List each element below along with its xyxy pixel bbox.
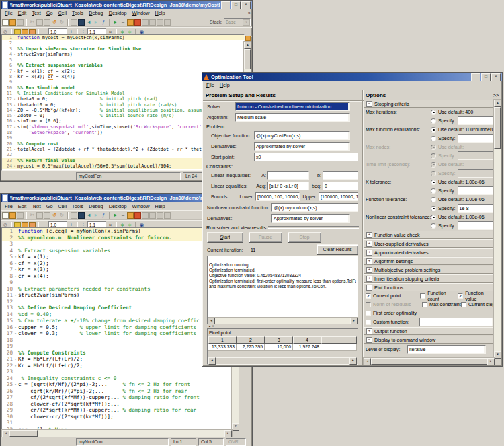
doc-options-icon[interactable] <box>164 19 171 26</box>
scroll-up-icon[interactable]: ▲ <box>244 42 251 49</box>
specify-field[interactable] <box>458 221 495 230</box>
doc-compare-icon[interactable] <box>142 19 149 26</box>
menu-cell[interactable]: Cell <box>56 203 70 209</box>
copy-icon[interactable] <box>36 212 43 219</box>
scrollbar-thumb[interactable] <box>9 430 38 437</box>
go-forward-icon[interactable]: ► <box>93 19 99 26</box>
specify-radio[interactable] <box>431 206 436 211</box>
chevron-down-icon[interactable]: ▼ <box>348 131 350 140</box>
menu-help[interactable]: Help <box>152 10 167 16</box>
section-approximated-derivatives[interactable]: +Approximated derivatives <box>364 248 495 256</box>
scrollbar-thumb[interactable] <box>244 49 251 69</box>
doc-report-icon[interactable] <box>149 212 156 219</box>
scrollbar-thumb[interactable] <box>216 357 349 363</box>
go-forward-icon[interactable]: ► <box>93 212 99 219</box>
section-function-value-check[interactable]: +Function value check <box>364 231 495 239</box>
breakpoint-marker[interactable] <box>12 57 17 63</box>
beq-field[interactable]: 0 <box>323 182 358 190</box>
breakpoint-marker[interactable]: - <box>12 102 17 108</box>
go-back-icon[interactable]: ◄ <box>85 19 92 26</box>
paste-icon[interactable] <box>44 19 50 26</box>
scroll-left-icon[interactable]: ◄ <box>208 318 215 324</box>
section-display-to-command-window[interactable]: − Display to command window <box>364 336 495 344</box>
chevron-down-icon[interactable]: ▼ <box>484 345 486 354</box>
section-stopping-criteria[interactable]: − Stopping criteria <box>364 100 495 108</box>
menu-window[interactable]: Window <box>129 10 152 16</box>
menu-file[interactable]: File <box>2 10 15 16</box>
breakpoint-marker[interactable] <box>12 40 17 46</box>
expand-icon[interactable]: + <box>366 267 372 273</box>
expand-icon[interactable]: + <box>366 276 372 282</box>
breakpoint-marker[interactable]: - <box>13 273 18 280</box>
scroll-right-icon[interactable]: ► <box>224 430 232 437</box>
chevron-down-icon[interactable]: ▼ <box>348 113 350 122</box>
breakpoint-marker[interactable]: - <box>13 363 18 369</box>
print-icon[interactable] <box>71 212 77 219</box>
scrollbar-thumb[interactable] <box>494 107 501 149</box>
menu-edit[interactable]: Edit <box>15 10 30 16</box>
close-button[interactable]: × <box>241 1 251 9</box>
doc-options-icon[interactable] <box>164 212 171 219</box>
use-default-radio[interactable] <box>431 180 436 185</box>
use-default-radio[interactable] <box>431 110 436 115</box>
menu-edit[interactable]: Edit <box>15 203 30 209</box>
breakpoint-marker[interactable]: - <box>12 124 17 130</box>
start-point-field[interactable]: x0 <box>254 153 358 161</box>
breakpoint-marker[interactable] <box>13 311 18 318</box>
algorithm-combo[interactable]: Medium scale▼ <box>235 113 350 122</box>
b-field[interactable] <box>323 171 358 180</box>
lower-field[interactable]: [10000; 100; 10000; <box>255 192 300 201</box>
undo-icon[interactable]: ↺ <box>51 212 58 219</box>
menu-tools[interactable]: Tools <box>69 10 86 16</box>
new-file-icon[interactable] <box>2 19 9 26</box>
breakpoint-marker[interactable]: - <box>13 266 18 273</box>
minimize-button[interactable]: _ <box>471 73 480 81</box>
breakpoint-marker[interactable]: - <box>12 163 17 169</box>
chevron-down-icon[interactable]: ▼ <box>348 142 350 151</box>
scroll-left-icon[interactable]: ◄ <box>364 358 371 365</box>
save-icon[interactable] <box>17 19 24 26</box>
section-algorithm-settings[interactable]: +Algorithm settings <box>364 257 495 265</box>
new-file-icon[interactable] <box>2 212 9 219</box>
redo-icon[interactable]: ↻ <box>58 19 65 26</box>
run-drop-icon[interactable]: – <box>120 19 126 26</box>
breakpoint-marker[interactable]: - <box>12 52 17 57</box>
breakpoint-marker[interactable] <box>13 394 18 401</box>
scroll-right-icon[interactable]: ► <box>349 357 357 365</box>
close-button[interactable]: × <box>491 73 501 81</box>
breakpoint-marker[interactable]: - <box>12 108 17 113</box>
breakpoint-marker[interactable] <box>13 343 18 350</box>
horizontal-scrollbar[interactable]: ◄ ► <box>1 429 233 437</box>
results-output[interactable]: --------------------------Optimization r… <box>207 256 358 324</box>
custom-function-field[interactable] <box>419 318 493 326</box>
menu-file[interactable]: File <box>2 203 15 209</box>
use-default-radio[interactable] <box>431 127 436 133</box>
cut-icon[interactable]: ✂ <box>29 19 36 26</box>
cut-icon[interactable]: ✂ <box>29 212 36 219</box>
solver-combo[interactable]: fmincon - Constrained nonlinear minimiza… <box>235 102 350 111</box>
breakpoint-marker[interactable] <box>13 407 18 414</box>
checkbox-first-order-optimality[interactable] <box>366 311 371 316</box>
breakpoint-marker[interactable]: - <box>13 324 18 331</box>
level-of-display-combo[interactable]: iterative▼ <box>407 345 486 354</box>
breakpoint-marker[interactable] <box>12 135 17 141</box>
stack-combo[interactable]: Base▼ <box>224 18 251 26</box>
breakpoint-marker[interactable] <box>13 401 18 408</box>
specify-radio[interactable] <box>431 136 436 141</box>
find-icon[interactable] <box>78 212 85 219</box>
options-horizontal-scrollbar[interactable]: ◄ ► <box>363 357 495 365</box>
scroll-left-icon[interactable]: ◄ <box>208 357 216 365</box>
clear-results-button[interactable]: Clear Results <box>317 244 358 255</box>
mlint-indicator[interactable] <box>245 36 251 41</box>
eval-fx-icon[interactable]: ƒ <box>100 19 107 26</box>
doc-compare-icon[interactable] <box>142 212 149 219</box>
a-field[interactable] <box>267 171 309 180</box>
scroll-down-icon[interactable]: ▼ <box>232 423 239 431</box>
menu-debug[interactable]: Debug <box>86 10 106 16</box>
breakpoint-marker[interactable] <box>12 63 17 68</box>
expand-icon[interactable]: + <box>366 328 372 334</box>
menu-window[interactable]: Window <box>129 203 152 209</box>
breakpoint-marker[interactable] <box>13 235 18 241</box>
results-horizontal-scrollbar[interactable]: ◄ ► <box>208 317 358 324</box>
start-button[interactable]: Start <box>207 232 243 243</box>
